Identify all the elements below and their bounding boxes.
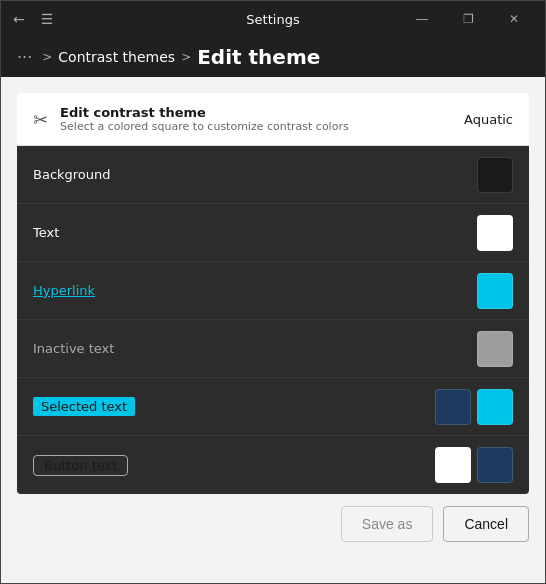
titlebar-right-controls: — ❐ ✕: [399, 3, 537, 35]
button-swatches: [435, 447, 513, 483]
selected-swatch-2[interactable]: [477, 389, 513, 425]
inactive-text-label: Inactive text: [33, 341, 114, 356]
color-row-text: Text: [17, 204, 529, 262]
text-label: Text: [33, 225, 59, 240]
color-row-button: Button text: [17, 436, 529, 494]
breadcrumb-current: Edit theme: [197, 45, 320, 69]
text-swatches: [477, 215, 513, 251]
content-area: ✂ Edit contrast theme Select a colored s…: [1, 77, 545, 583]
theme-header-text: Edit contrast theme Select a colored squ…: [60, 105, 349, 133]
color-row-inactive: Inactive text: [17, 320, 529, 378]
selected-swatches: [435, 389, 513, 425]
maximize-button[interactable]: ❐: [445, 3, 491, 35]
hamburger-icon[interactable]: ☰: [37, 7, 58, 31]
breadcrumb-chevron-2: >: [181, 50, 191, 64]
background-swatches: [477, 157, 513, 193]
color-rows-container: Background Text Hyperlink: [17, 146, 529, 494]
text-swatch-1[interactable]: [477, 215, 513, 251]
theme-header-left: ✂ Edit contrast theme Select a colored s…: [33, 105, 349, 133]
breadcrumb-chevron-1: >: [42, 50, 52, 64]
save-as-button[interactable]: Save as: [341, 506, 434, 542]
window-title: Settings: [246, 12, 299, 27]
hyperlink-swatch-1[interactable]: [477, 273, 513, 309]
scissors-icon: ✂: [33, 109, 48, 130]
theme-header-subtitle: Select a colored square to customize con…: [60, 120, 349, 133]
color-row-selected: Selected text: [17, 378, 529, 436]
footer: Save as Cancel: [17, 494, 529, 546]
breadcrumb-bar: ··· > Contrast themes > Edit theme: [1, 37, 545, 77]
selected-swatch-1[interactable]: [435, 389, 471, 425]
hyperlink-swatches: [477, 273, 513, 309]
theme-header: ✂ Edit contrast theme Select a colored s…: [17, 93, 529, 146]
cancel-button[interactable]: Cancel: [443, 506, 529, 542]
button-text-badge: Button text: [33, 455, 128, 476]
background-swatch-1[interactable]: [477, 157, 513, 193]
back-icon[interactable]: ←: [9, 7, 29, 31]
background-label: Background: [33, 167, 111, 182]
minimize-button[interactable]: —: [399, 3, 445, 35]
selected-text-badge: Selected text: [33, 397, 135, 416]
hyperlink-label[interactable]: Hyperlink: [33, 283, 95, 298]
inactive-swatch-1[interactable]: [477, 331, 513, 367]
inactive-swatches: [477, 331, 513, 367]
titlebar-left-controls: ← ☰: [9, 7, 57, 31]
breadcrumb-dots[interactable]: ···: [13, 46, 36, 69]
titlebar: ← ☰ Settings — ❐ ✕: [1, 1, 545, 37]
close-button[interactable]: ✕: [491, 3, 537, 35]
color-row-hyperlink: Hyperlink: [17, 262, 529, 320]
theme-header-title: Edit contrast theme: [60, 105, 349, 120]
breadcrumb-link[interactable]: Contrast themes: [58, 49, 175, 65]
button-swatch-2[interactable]: [477, 447, 513, 483]
color-row-background: Background: [17, 146, 529, 204]
theme-name-label: Aquatic: [464, 112, 513, 127]
settings-window: ← ☰ Settings — ❐ ✕ ··· > Contrast themes…: [0, 0, 546, 584]
button-swatch-1[interactable]: [435, 447, 471, 483]
